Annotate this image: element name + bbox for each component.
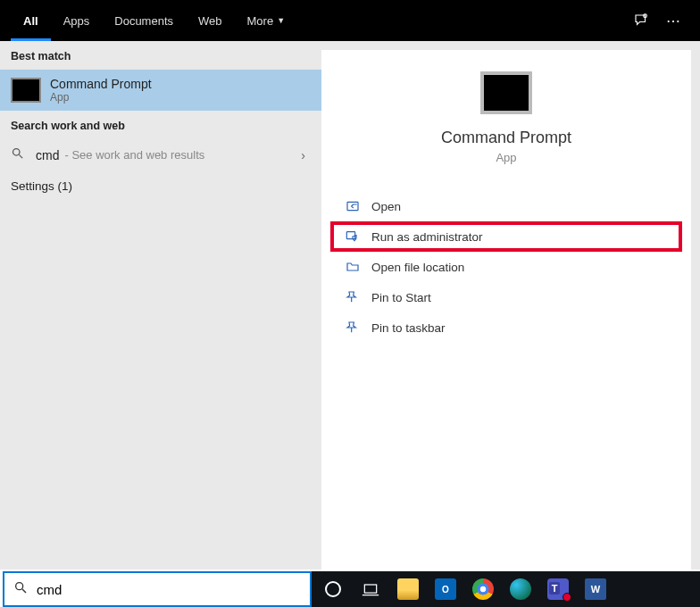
settings-results-row[interactable]: Settings (1) [0,170,321,202]
svg-rect-3 [347,202,358,210]
result-title: Command Prompt [50,77,152,91]
search-filter-tabs: All Apps Documents Web More ▼ ⋯ [0,0,700,41]
svg-point-5 [16,583,23,590]
svg-line-2 [19,154,22,158]
tab-documents[interactable]: Documents [102,0,186,41]
results-list-pane: Best match Command Prompt App Search wor… [0,41,321,570]
preview-title: Command Prompt [441,129,571,147]
taskbar: O W [312,571,700,607]
action-label: Pin to Start [371,291,431,304]
taskbar-edge[interactable] [504,575,537,603]
preview-pane: Command Prompt App Open Run as administr… [321,50,691,570]
command-prompt-icon [480,71,532,114]
taskbar-outlook[interactable]: O [429,575,462,603]
notification-badge-icon [562,593,571,602]
task-view-button[interactable] [354,575,387,603]
svg-line-6 [22,589,26,593]
taskbar-word[interactable]: W [579,575,612,603]
action-label: Run as administrator [371,230,483,244]
chrome-icon [472,578,494,600]
search-results-area: Best match Command Prompt App Search wor… [0,41,700,570]
result-command-prompt[interactable]: Command Prompt App [0,70,321,111]
command-prompt-icon [11,78,41,103]
folder-icon [343,260,362,274]
cortana-icon [325,581,341,597]
chevron-down-icon: ▼ [277,16,285,25]
svg-point-1 [13,149,21,156]
action-open[interactable]: Open [330,191,682,221]
chevron-right-icon: › [301,148,311,162]
search-box[interactable] [3,571,312,607]
tab-more[interactable]: More ▼ [235,0,298,41]
taskbar-chrome[interactable] [467,575,499,603]
svg-rect-4 [346,232,354,239]
taskbar-teams[interactable] [542,575,574,603]
word-icon: W [585,578,606,600]
action-label: Open [371,200,401,213]
search-input[interactable] [37,582,301,597]
file-explorer-icon [397,578,419,600]
action-label: Open file location [371,261,464,274]
svg-rect-7 [364,585,376,593]
taskbar-file-explorer[interactable] [392,575,424,603]
pin-icon [343,320,362,335]
work-and-web-header: Search work and web [0,111,321,139]
action-run-as-administrator[interactable]: Run as administrator [330,221,682,252]
wow-subtext: - See work and web results [64,148,204,162]
preview-actions: Open Run as administrator Open file loca… [321,191,691,343]
preview-subtitle: App [496,151,516,164]
tab-all[interactable]: All [11,0,51,41]
cortana-button[interactable] [317,575,349,603]
outlook-icon: O [435,578,456,600]
pin-icon [343,290,362,304]
wow-query: cmd [36,148,59,162]
action-pin-to-start[interactable]: Pin to Start [330,282,682,312]
best-match-header: Best match [0,41,321,70]
task-view-icon [362,582,379,596]
action-label: Pin to taskbar [371,321,446,335]
feedback-icon[interactable] [625,0,657,41]
edge-icon [510,578,531,600]
more-options-icon[interactable]: ⋯ [657,0,689,41]
admin-icon [343,229,362,244]
search-icon [13,580,28,598]
tab-apps[interactable]: Apps [51,0,103,41]
teams-icon [547,578,569,600]
action-open-file-location[interactable]: Open file location [330,252,682,282]
search-icon [11,146,27,163]
tab-more-label: More [247,14,274,28]
search-work-and-web-item[interactable]: cmd - See work and web results › [0,139,321,170]
tab-web[interactable]: Web [186,0,235,41]
result-subtitle: App [50,91,152,104]
action-pin-to-taskbar[interactable]: Pin to taskbar [330,312,682,343]
open-icon [343,199,362,213]
